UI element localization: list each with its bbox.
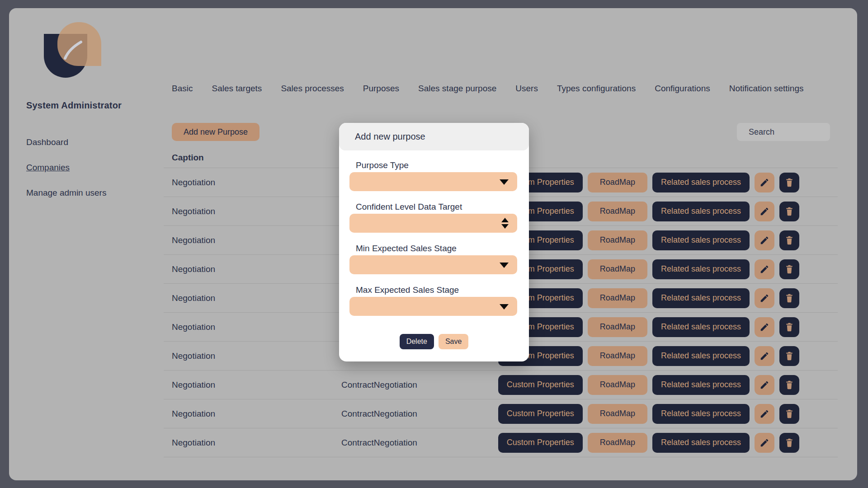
row-actions: Custom Properties RoadMap Related sales …	[498, 202, 799, 221]
delete-row-button[interactable]	[779, 375, 799, 395]
trash-icon	[785, 206, 794, 216]
field-control[interactable]	[349, 255, 517, 274]
add-new-purpose-button[interactable]: Add new Purpose	[172, 123, 259, 141]
trash-icon	[785, 293, 794, 303]
edit-row-button[interactable]	[755, 202, 774, 221]
field-label: Confident Level Data Target	[356, 201, 517, 213]
number-stepper-icon[interactable]	[501, 218, 509, 229]
row-actions: Custom Properties RoadMap Related sales …	[498, 433, 799, 453]
related-sales-process-button[interactable]: Related sales process	[652, 375, 750, 395]
edit-row-button[interactable]	[755, 317, 774, 337]
trash-icon	[785, 438, 794, 448]
related-sales-process-button[interactable]: Related sales process	[652, 202, 750, 221]
roadmap-button[interactable]: RoadMap	[588, 202, 647, 221]
field-control[interactable]	[349, 214, 517, 233]
related-sales-process-button[interactable]: Related sales process	[652, 173, 750, 192]
related-sales-process-button[interactable]: Related sales process	[652, 288, 750, 308]
edit-row-button[interactable]	[755, 230, 774, 250]
tab-sales-stage-purpose[interactable]: Sales stage purpose	[418, 84, 496, 94]
pencil-icon	[760, 322, 769, 332]
roadmap-button[interactable]: RoadMap	[588, 433, 647, 453]
pencil-icon	[760, 380, 769, 390]
tab-sales-targets[interactable]: Sales targets	[212, 84, 262, 94]
edit-row-button[interactable]	[755, 404, 774, 424]
row-purpose-type: ContractNegotiation	[341, 438, 498, 448]
tab-basic[interactable]: Basic	[172, 84, 193, 94]
roadmap-button[interactable]: RoadMap	[588, 346, 647, 366]
related-sales-process-button[interactable]: Related sales process	[652, 230, 750, 250]
sidebar-nav: Dashboard Companies Manage admin users	[26, 137, 106, 213]
roadmap-button[interactable]: RoadMap	[588, 317, 647, 337]
trash-icon	[785, 351, 794, 361]
edit-row-button[interactable]	[755, 346, 774, 366]
field-control[interactable]	[349, 297, 517, 316]
table-row: Negotiation ContractNegotiation Custom P…	[164, 428, 838, 457]
row-caption: Negotiation	[172, 178, 341, 188]
delete-row-button[interactable]	[779, 317, 799, 337]
min-expected-sales-stage-field: Min Expected Sales Stage	[349, 243, 517, 274]
max-expected-sales-stage-field: Max Expected Sales Stage	[349, 284, 517, 316]
delete-row-button[interactable]	[779, 433, 799, 453]
roadmap-button[interactable]: RoadMap	[588, 375, 647, 395]
step-down-icon	[501, 224, 509, 229]
row-caption: Negotiation	[172, 322, 341, 332]
modal-body: Purpose Type Confident Level Data Target	[339, 150, 529, 316]
delete-button[interactable]: Delete	[400, 334, 434, 349]
row-caption: Negotiation	[172, 264, 341, 274]
delete-row-button[interactable]	[779, 288, 799, 308]
modal-title: Add new purpose	[339, 123, 529, 150]
custom-properties-button[interactable]: Custom Properties	[498, 404, 583, 424]
row-caption: Negotiation	[172, 206, 341, 216]
save-button[interactable]: Save	[439, 334, 468, 349]
sidebar-item-manage-admin-users[interactable]: Manage admin users	[26, 188, 106, 198]
field-control[interactable]	[349, 172, 517, 191]
sidebar-item-companies[interactable]: Companies	[26, 162, 106, 173]
tab-types-configurations[interactable]: Types configurations	[557, 84, 636, 94]
related-sales-process-button[interactable]: Related sales process	[652, 346, 750, 366]
roadmap-button[interactable]: RoadMap	[588, 230, 647, 250]
row-caption: Negotiation	[172, 293, 341, 303]
delete-row-button[interactable]	[779, 346, 799, 366]
search-input[interactable]	[737, 123, 830, 141]
add-new-purpose-modal: Add new purpose Purpose Type	[339, 123, 529, 361]
related-sales-process-button[interactable]: Related sales process	[652, 317, 750, 337]
roadmap-button[interactable]: RoadMap	[588, 173, 647, 192]
roadmap-button[interactable]: RoadMap	[588, 259, 647, 279]
trash-icon	[785, 235, 794, 245]
pencil-icon	[760, 409, 769, 419]
row-actions: Custom Properties RoadMap Related sales …	[498, 404, 799, 424]
related-sales-process-button[interactable]: Related sales process	[652, 404, 750, 424]
delete-row-button[interactable]	[779, 230, 799, 250]
purpose-type-field: Purpose Type	[349, 160, 517, 191]
delete-row-button[interactable]	[779, 404, 799, 424]
edit-row-button[interactable]	[755, 288, 774, 308]
field-label: Max Expected Sales Stage	[356, 284, 517, 296]
sidebar-item-dashboard[interactable]: Dashboard	[26, 137, 106, 148]
edit-row-button[interactable]	[755, 259, 774, 279]
caption-column-header: Caption	[172, 153, 204, 163]
caret-down-icon	[500, 304, 509, 310]
tab-purposes[interactable]: Purposes	[363, 84, 399, 94]
edit-row-button[interactable]	[755, 173, 774, 192]
delete-row-button[interactable]	[779, 173, 799, 192]
related-sales-process-button[interactable]: Related sales process	[652, 433, 750, 453]
tab-sales-processes[interactable]: Sales processes	[281, 84, 344, 94]
tab-notification-settings[interactable]: Notification settings	[729, 84, 804, 94]
delete-row-button[interactable]	[779, 202, 799, 221]
edit-row-button[interactable]	[755, 375, 774, 395]
roadmap-button[interactable]: RoadMap	[588, 288, 647, 308]
row-actions: Custom Properties RoadMap Related sales …	[498, 288, 799, 308]
tab-users[interactable]: Users	[515, 84, 538, 94]
row-caption: Negotiation	[172, 351, 341, 361]
row-actions: Custom Properties RoadMap Related sales …	[498, 375, 799, 395]
delete-row-button[interactable]	[779, 259, 799, 279]
trash-icon	[785, 178, 794, 188]
pencil-icon	[760, 351, 769, 361]
custom-properties-button[interactable]: Custom Properties	[498, 433, 583, 453]
related-sales-process-button[interactable]: Related sales process	[652, 259, 750, 279]
roadmap-button[interactable]: RoadMap	[588, 404, 647, 424]
sidebar-user-title: System Administrator	[26, 100, 122, 111]
tab-configurations[interactable]: Configurations	[655, 84, 710, 94]
edit-row-button[interactable]	[755, 433, 774, 453]
custom-properties-button[interactable]: Custom Properties	[498, 375, 583, 395]
